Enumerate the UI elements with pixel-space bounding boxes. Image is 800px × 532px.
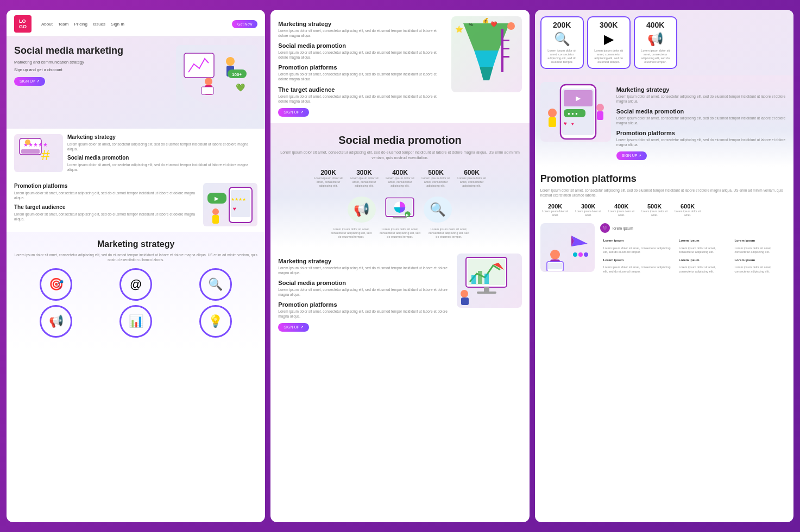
panel3-cards: 200K 🔍 Lorem ipsum dolor sit amet, conse… <box>540 16 788 69</box>
p2-s3-text: Lorem ipsum dolor sit amet, consectetur … <box>278 72 444 81</box>
promo-icons-row: 📢 ▶ <box>278 194 521 224</box>
svg-text:%: % <box>469 22 473 27</box>
section2-illus: ▶ ★★★★ ♥ <box>203 183 257 226</box>
table-cell: Lorem ipsum dolor sit amet, consectetur … <box>732 264 787 275</box>
panel1-hero: Social media marketing Marketing and com… <box>7 36 265 129</box>
panel1-section2: Promotion platforms Lorem ipsum dolor si… <box>7 178 265 232</box>
panel2-bottom-content: Marketing strategy Lorem ipsum dolor sit… <box>278 254 450 332</box>
svg-point-2 <box>226 57 235 66</box>
svg-text:▶: ▶ <box>215 195 219 201</box>
svg-point-30 <box>507 22 515 30</box>
p3m-s2-text: Lorem ipsum dolor sit amet, consectetur … <box>616 116 788 125</box>
nav-pricing[interactable]: Pricing <box>74 22 87 27</box>
icon-desc-0: Lorem ipsum dolor sit amet, consectetur … <box>329 227 373 239</box>
header-get-btn[interactable]: Get Now <box>232 20 257 28</box>
svg-text:⭐: ⭐ <box>455 25 463 33</box>
svg-point-74 <box>584 252 588 257</box>
svg-rect-70 <box>548 263 562 269</box>
card-icon-video: ▶ <box>604 31 614 47</box>
p3-stat-300k: 300K Lorem ipsum dolor sit amet. <box>574 203 603 217</box>
table-cell: Lorem ipsum <box>732 257 787 263</box>
svg-rect-11 <box>21 149 40 154</box>
icon-desc-1: Lorem ipsum dolor sit amet, consectetur … <box>378 227 421 239</box>
promo-icons-desc-row: Lorem ipsum dolor sit amet, consectetur … <box>278 227 521 239</box>
big-section-text: Lorem ipsum dolor sit amet, consectetur … <box>14 252 257 262</box>
panel2-bottom-signup-btn[interactable]: SIGN UP ↗ <box>278 323 309 332</box>
panel-3: 200K 🔍 Lorem ipsum dolor sit amet, conse… <box>535 10 793 522</box>
hero-signup-btn[interactable]: SIGN UP ↗ <box>14 77 45 86</box>
svg-rect-66 <box>597 111 603 120</box>
panel3-mid-btn[interactable]: SIGN UP ↗ <box>616 151 647 160</box>
panel3-mid-content: Marketing strategy Lorem ipsum dolor sit… <box>616 82 788 161</box>
table-cell: Lorem ipsum dolor sit amet, consectetur … <box>677 245 732 256</box>
icon-search: 🔍 <box>199 268 232 301</box>
stat-500k: 500K Lorem ipsum dolor sit amet, consect… <box>419 169 452 188</box>
icon-desc-2: Lorem ipsum dolor sit amet, consectetur … <box>427 227 470 239</box>
card-icon-search: 🔍 <box>554 31 570 47</box>
promo-stats: 200K Lorem ipsum dolor sit amet, consect… <box>278 169 521 188</box>
p3-stat-200k: 200K Lorem ipsum dolor sit amet. <box>540 203 570 217</box>
section4-text: Lorem ipsum dolor sit amet, consectetur … <box>14 212 199 221</box>
table-cell: Lorem ipsum <box>677 237 732 244</box>
svg-marker-24 <box>474 50 499 67</box>
svg-text:#: # <box>41 147 50 163</box>
nav-issues[interactable]: Issues <box>93 22 105 27</box>
p2b-s2-title: Social media promotion <box>278 280 450 286</box>
nav-about[interactable]: About <box>41 22 53 27</box>
p3-big-text: Lorem ipsum dolor sit amet, consectetur … <box>540 188 788 198</box>
section3-title: Promotion platforms <box>14 183 199 189</box>
icons-grid: 🎯 @ 🔍 📢 📊 💡 <box>14 268 257 344</box>
p2b-s1-text: Lorem ipsum dolor sit amet, consectetur … <box>278 265 450 275</box>
nav-team[interactable]: Team <box>58 22 69 27</box>
panel3-mid-illus: ▶ ● ● ● ♥ ♥ <box>540 82 611 142</box>
table-cell: Lorem ipsum <box>601 257 676 263</box>
panel-1: LOGO About Team Pricing Issues Sign In G… <box>7 10 265 522</box>
promo-icon-monitor: ▶ <box>383 194 416 224</box>
table-cell: Lorem ipsum <box>601 237 676 244</box>
svg-point-75 <box>573 252 577 257</box>
svg-rect-29 <box>501 56 509 58</box>
panels-container: LOGO About Team Pricing Issues Sign In G… <box>7 10 793 522</box>
section3-text: Lorem ipsum dolor sit amet, consectetur … <box>14 191 199 200</box>
panel2-signup-btn[interactable]: SIGN UP ↗ <box>278 108 309 117</box>
svg-text:▶: ▶ <box>576 94 581 102</box>
panel3-bottom: Promotion platforms Lorem ipsum dolor si… <box>535 167 793 283</box>
panel2-bottom: Marketing strategy Lorem ipsum dolor sit… <box>270 247 529 339</box>
p3m-s3-text: Lorem ipsum dolor sit amet, consectetur … <box>616 137 788 147</box>
nav-signin[interactable]: Sign In <box>111 22 124 27</box>
p2b-s1-title: Marketing strategy <box>278 258 450 264</box>
panel2-top: Marketing strategy Lorem ipsum dolor sit… <box>270 10 529 123</box>
footer-table: Lorem ipsum Lorem ipsum Lorem ipsum Lore… <box>600 236 788 276</box>
p3m-s1-text: Lorem ipsum dolor sit amet, consectetur … <box>616 94 788 104</box>
svg-point-63 <box>548 109 557 117</box>
panel1-section1: ★★★★★ # Marketing strategy Lorem ipsum d… <box>7 129 265 178</box>
card-icon-megaphone: 📢 <box>647 31 664 47</box>
svg-rect-40 <box>393 217 407 218</box>
svg-rect-52 <box>477 292 496 294</box>
svg-rect-54 <box>461 297 469 305</box>
svg-point-67 <box>550 250 560 259</box>
p3-stat-600k: 600K Lorem ipsum dolor sit amet. <box>673 203 703 217</box>
table-cell: Lorem ipsum dolor sit amet, consectetur … <box>732 245 787 256</box>
hero-illustration: 100+ 💚 <box>176 45 257 110</box>
svg-rect-51 <box>484 287 489 292</box>
section2-title: Social media promotion <box>67 155 257 161</box>
stat-600k: 600K Lorem ipsum dolor sit amet, consect… <box>455 169 488 188</box>
p3-bottom-content: 💜 lorem ipsum Lorem ipsum Lorem ipsum Lo… <box>600 223 788 276</box>
icon-at: @ <box>119 268 152 301</box>
svg-text:♥: ♥ <box>233 206 236 212</box>
section2-text: Lorem ipsum dolor sit amet, consectetur … <box>67 162 257 172</box>
svg-text:🔍: 🔍 <box>430 201 446 217</box>
svg-point-21 <box>212 208 219 215</box>
svg-rect-26 <box>501 29 503 72</box>
p2-s4-text: Lorem ipsum dolor sit amet, consectetur … <box>278 94 444 104</box>
svg-marker-25 <box>480 67 493 80</box>
svg-text:● ● ●: ● ● ● <box>568 111 578 116</box>
table-cell: Lorem ipsum <box>677 257 732 263</box>
icon-megaphone: 📢 <box>40 305 72 338</box>
p2-s1-title: Marketing strategy <box>278 21 444 27</box>
svg-point-65 <box>596 104 604 111</box>
hero-sub2: Sign up and get a discount <box>14 67 172 72</box>
p2b-s3-title: Promotion platforms <box>278 301 450 308</box>
p2-s2-title: Social media promotion <box>278 42 444 49</box>
